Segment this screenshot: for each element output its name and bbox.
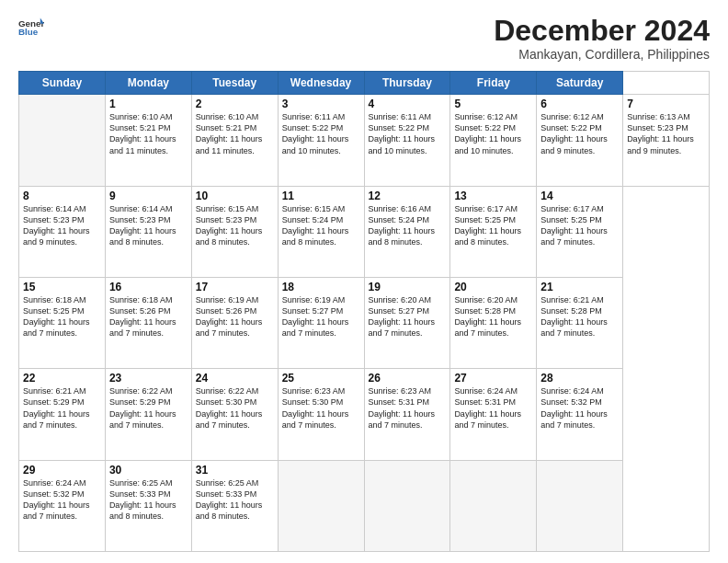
calendar-cell: 13 Sunrise: 6:17 AM Sunset: 5:25 PM Dayl…	[450, 186, 537, 277]
day-header-friday: Friday	[450, 72, 537, 95]
day-number: 2	[196, 98, 274, 110]
day-number: 1	[109, 98, 188, 110]
calendar-cell: 28 Sunrise: 6:24 AM Sunset: 5:32 PM Dayl…	[537, 369, 623, 460]
day-number: 21	[540, 281, 619, 293]
cell-info: Sunrise: 6:20 AM Sunset: 5:28 PM Dayligh…	[454, 294, 532, 339]
cell-info: Sunrise: 6:14 AM Sunset: 5:23 PM Dayligh…	[23, 203, 101, 248]
calendar-cell: 20 Sunrise: 6:20 AM Sunset: 5:28 PM Dayl…	[450, 277, 537, 368]
calendar-cell: 9 Sunrise: 6:14 AM Sunset: 5:23 PM Dayli…	[105, 186, 191, 277]
week-row-0: 1 Sunrise: 6:10 AM Sunset: 5:21 PM Dayli…	[19, 95, 710, 186]
day-header-saturday: Saturday	[537, 72, 623, 95]
cell-info: Sunrise: 6:19 AM Sunset: 5:27 PM Dayligh…	[282, 294, 360, 339]
cell-info: Sunrise: 6:23 AM Sunset: 5:30 PM Dayligh…	[282, 385, 360, 431]
cell-info: Sunrise: 6:14 AM Sunset: 5:23 PM Dayligh…	[109, 203, 188, 248]
calendar-cell: 16 Sunrise: 6:18 AM Sunset: 5:26 PM Dayl…	[105, 277, 191, 368]
cell-info: Sunrise: 6:12 AM Sunset: 5:22 PM Dayligh…	[540, 111, 619, 156]
cell-info: Sunrise: 6:21 AM Sunset: 5:29 PM Dayligh…	[23, 385, 101, 431]
calendar-cell: 23 Sunrise: 6:22 AM Sunset: 5:29 PM Dayl…	[105, 369, 191, 460]
cell-info: Sunrise: 6:24 AM Sunset: 5:32 PM Dayligh…	[23, 477, 101, 523]
day-number: 12	[369, 190, 447, 202]
calendar-cell	[19, 95, 106, 186]
calendar-cell: 29 Sunrise: 6:24 AM Sunset: 5:32 PM Dayl…	[19, 460, 106, 551]
day-number: 23	[109, 372, 188, 385]
week-row-2: 15 Sunrise: 6:18 AM Sunset: 5:25 PM Dayl…	[19, 277, 710, 368]
cell-info: Sunrise: 6:21 AM Sunset: 5:28 PM Dayligh…	[540, 294, 619, 339]
calendar-cell	[364, 460, 450, 551]
week-row-4: 29 Sunrise: 6:24 AM Sunset: 5:32 PM Dayl…	[19, 460, 710, 551]
calendar-cell: 19 Sunrise: 6:20 AM Sunset: 5:27 PM Dayl…	[364, 277, 450, 368]
calendar-cell: 30 Sunrise: 6:25 AM Sunset: 5:33 PM Dayl…	[105, 460, 191, 551]
day-number: 15	[23, 281, 101, 293]
title-area: December 2024 Mankayan, Cordillera, Phil…	[494, 15, 710, 62]
cell-info: Sunrise: 6:11 AM Sunset: 5:22 PM Dayligh…	[369, 111, 447, 156]
calendar-cell: 14 Sunrise: 6:17 AM Sunset: 5:25 PM Dayl…	[537, 186, 623, 277]
calendar-cell: 15 Sunrise: 6:18 AM Sunset: 5:25 PM Dayl…	[19, 277, 106, 368]
day-number: 10	[196, 190, 274, 202]
calendar-cell: 7 Sunrise: 6:13 AM Sunset: 5:23 PM Dayli…	[623, 95, 710, 186]
cell-info: Sunrise: 6:25 AM Sunset: 5:33 PM Dayligh…	[196, 477, 274, 523]
cell-info: Sunrise: 6:10 AM Sunset: 5:21 PM Dayligh…	[109, 111, 188, 156]
day-number: 13	[454, 190, 532, 202]
calendar-table: SundayMondayTuesdayWednesdayThursdayFrid…	[18, 71, 710, 552]
day-number: 5	[454, 98, 532, 110]
day-number: 18	[282, 281, 360, 293]
cell-info: Sunrise: 6:15 AM Sunset: 5:23 PM Dayligh…	[196, 203, 274, 248]
cell-info: Sunrise: 6:16 AM Sunset: 5:24 PM Dayligh…	[369, 203, 447, 248]
day-number: 30	[109, 464, 188, 477]
day-number: 19	[369, 281, 447, 293]
cell-info: Sunrise: 6:22 AM Sunset: 5:29 PM Dayligh…	[109, 385, 188, 431]
day-header-thursday: Thursday	[364, 72, 450, 95]
cell-info: Sunrise: 6:17 AM Sunset: 5:25 PM Dayligh…	[454, 203, 532, 248]
calendar-cell: 2 Sunrise: 6:10 AM Sunset: 5:21 PM Dayli…	[191, 95, 278, 186]
calendar-body: 1 Sunrise: 6:10 AM Sunset: 5:21 PM Dayli…	[19, 95, 710, 552]
calendar-header-row: SundayMondayTuesdayWednesdayThursdayFrid…	[19, 72, 710, 95]
cell-info: Sunrise: 6:22 AM Sunset: 5:30 PM Dayligh…	[196, 385, 274, 431]
cell-info: Sunrise: 6:13 AM Sunset: 5:23 PM Dayligh…	[627, 111, 705, 156]
day-number: 8	[23, 190, 101, 202]
calendar-cell: 6 Sunrise: 6:12 AM Sunset: 5:22 PM Dayli…	[537, 95, 623, 186]
calendar-cell: 25 Sunrise: 6:23 AM Sunset: 5:30 PM Dayl…	[278, 369, 364, 460]
calendar-cell: 21 Sunrise: 6:21 AM Sunset: 5:28 PM Dayl…	[537, 277, 623, 368]
calendar-cell: 5 Sunrise: 6:12 AM Sunset: 5:22 PM Dayli…	[450, 95, 537, 186]
calendar-cell: 17 Sunrise: 6:19 AM Sunset: 5:26 PM Dayl…	[191, 277, 278, 368]
logo: General Blue	[18, 15, 44, 40]
cell-info: Sunrise: 6:23 AM Sunset: 5:31 PM Dayligh…	[369, 385, 447, 431]
cell-info: Sunrise: 6:12 AM Sunset: 5:22 PM Dayligh…	[454, 111, 532, 156]
cell-info: Sunrise: 6:11 AM Sunset: 5:22 PM Dayligh…	[282, 111, 360, 156]
cell-info: Sunrise: 6:20 AM Sunset: 5:27 PM Dayligh…	[369, 294, 447, 339]
location-subtitle: Mankayan, Cordillera, Philippines	[494, 47, 710, 62]
page: General Blue December 2024 Mankayan, Cor…	[0, 0, 728, 563]
day-number: 26	[369, 372, 447, 385]
day-number: 24	[196, 372, 274, 385]
calendar-cell: 31 Sunrise: 6:25 AM Sunset: 5:33 PM Dayl…	[191, 460, 278, 551]
calendar-cell: 24 Sunrise: 6:22 AM Sunset: 5:30 PM Dayl…	[191, 369, 278, 460]
day-number: 6	[540, 98, 619, 110]
day-number: 9	[109, 190, 188, 202]
day-number: 14	[540, 190, 619, 202]
calendar-cell: 11 Sunrise: 6:15 AM Sunset: 5:24 PM Dayl…	[278, 186, 364, 277]
calendar-cell: 1 Sunrise: 6:10 AM Sunset: 5:21 PM Dayli…	[105, 95, 191, 186]
cell-info: Sunrise: 6:24 AM Sunset: 5:31 PM Dayligh…	[454, 385, 532, 431]
day-number: 28	[540, 372, 619, 385]
day-header-sunday: Sunday	[19, 72, 106, 95]
cell-info: Sunrise: 6:25 AM Sunset: 5:33 PM Dayligh…	[109, 477, 188, 523]
day-number: 16	[109, 281, 188, 293]
cell-info: Sunrise: 6:18 AM Sunset: 5:26 PM Dayligh…	[109, 294, 188, 339]
day-number: 7	[627, 98, 705, 110]
calendar-cell: 3 Sunrise: 6:11 AM Sunset: 5:22 PM Dayli…	[278, 95, 364, 186]
calendar-cell: 4 Sunrise: 6:11 AM Sunset: 5:22 PM Dayli…	[364, 95, 450, 186]
calendar-cell: 10 Sunrise: 6:15 AM Sunset: 5:23 PM Dayl…	[191, 186, 278, 277]
cell-info: Sunrise: 6:17 AM Sunset: 5:25 PM Dayligh…	[540, 203, 619, 248]
cell-info: Sunrise: 6:19 AM Sunset: 5:26 PM Dayligh…	[196, 294, 274, 339]
header: General Blue December 2024 Mankayan, Cor…	[18, 15, 710, 62]
day-number: 31	[196, 464, 274, 477]
week-row-3: 22 Sunrise: 6:21 AM Sunset: 5:29 PM Dayl…	[19, 369, 710, 460]
calendar-cell: 8 Sunrise: 6:14 AM Sunset: 5:23 PM Dayli…	[19, 186, 106, 277]
week-row-1: 8 Sunrise: 6:14 AM Sunset: 5:23 PM Dayli…	[19, 186, 710, 277]
day-number: 3	[282, 98, 360, 110]
calendar-cell: 12 Sunrise: 6:16 AM Sunset: 5:24 PM Dayl…	[364, 186, 450, 277]
day-number: 4	[369, 98, 447, 110]
calendar-cell: 18 Sunrise: 6:19 AM Sunset: 5:27 PM Dayl…	[278, 277, 364, 368]
day-number: 17	[196, 281, 274, 293]
day-header-wednesday: Wednesday	[278, 72, 364, 95]
